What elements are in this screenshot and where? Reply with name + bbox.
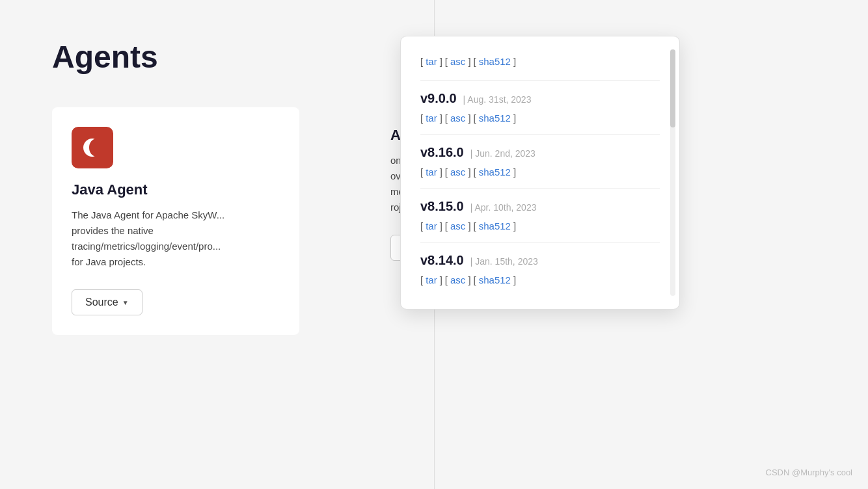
v814-sha512-link[interactable]: sha512 bbox=[479, 274, 511, 285]
v816-download-links: [tar] [asc] [sha512] bbox=[420, 166, 660, 178]
v9-tar-link[interactable]: tar bbox=[426, 112, 437, 124]
java-agent-desc: The Java Agent for Apache SkyW... provid… bbox=[72, 207, 280, 270]
v815-tar-link[interactable]: tar bbox=[426, 220, 437, 231]
source-dropdown-arrow: ▼ bbox=[122, 299, 129, 306]
top-sha512-link[interactable]: sha512 bbox=[479, 56, 511, 67]
version-date: | Jan. 15th, 2023 bbox=[470, 256, 538, 267]
version-date: | Aug. 31st, 2023 bbox=[463, 94, 532, 105]
v816-tar-link[interactable]: tar bbox=[426, 166, 437, 178]
java-agent-name: Java Agent bbox=[72, 181, 280, 198]
version-number: v8.16.0 bbox=[420, 145, 464, 160]
version-dropdown-popup: [tar] [asc] [sha512] v9.0.0 | Aug. 31st,… bbox=[400, 36, 680, 310]
v9-sha512-link[interactable]: sha512 bbox=[479, 112, 511, 124]
java-agent-buttons: Source ▼ bbox=[72, 289, 280, 315]
v9-asc-link[interactable]: asc bbox=[450, 112, 465, 124]
v9-download-links: [tar] [asc] [sha512] bbox=[420, 112, 660, 124]
java-agent-card: Java Agent The Java Agent for Apache Sky… bbox=[52, 107, 299, 335]
first-links-row: [tar] [asc] [sha512] bbox=[420, 49, 660, 81]
v814-asc-link[interactable]: asc bbox=[450, 274, 465, 285]
v816-asc-link[interactable]: asc bbox=[450, 166, 465, 178]
version-number: v8.15.0 bbox=[420, 199, 464, 214]
version-entry-v9-0-0: v9.0.0 | Aug. 31st, 2023 [tar] [asc] [sh… bbox=[420, 81, 660, 135]
scrollbar-thumb[interactable] bbox=[670, 49, 675, 127]
top-tar-link[interactable]: tar bbox=[426, 56, 437, 67]
version-date: | Jun. 2nd, 2023 bbox=[470, 148, 536, 159]
version-number: v8.14.0 bbox=[420, 253, 464, 268]
version-entry-v8-15-0: v8.15.0 | Apr. 10th, 2023 [tar] [asc] [s… bbox=[420, 189, 660, 243]
v815-download-links: [tar] [asc] [sha512] bbox=[420, 220, 660, 231]
version-entry-v8-16-0: v8.16.0 | Jun. 2nd, 2023 [tar] [asc] [sh… bbox=[420, 135, 660, 189]
version-number: v9.0.0 bbox=[420, 91, 457, 106]
scrollbar-track[interactable] bbox=[670, 49, 675, 296]
java-source-button[interactable]: Source ▼ bbox=[72, 289, 142, 315]
v815-asc-link[interactable]: asc bbox=[450, 220, 465, 231]
crescent-icon bbox=[81, 136, 104, 159]
java-agent-icon bbox=[72, 127, 113, 168]
top-download-links: [tar] [asc] [sha512] bbox=[420, 56, 660, 67]
version-date: | Apr. 10th, 2023 bbox=[470, 202, 537, 213]
v815-sha512-link[interactable]: sha512 bbox=[479, 220, 511, 231]
top-asc-link[interactable]: asc bbox=[450, 56, 465, 67]
attribution: CSDN @Murphy's cool bbox=[766, 468, 852, 477]
v814-download-links: [tar] [asc] [sha512] bbox=[420, 274, 660, 285]
v814-tar-link[interactable]: tar bbox=[426, 274, 437, 285]
version-entry-v8-14-0: v8.14.0 | Jan. 15th, 2023 [tar] [asc] [s… bbox=[420, 243, 660, 296]
v816-sha512-link[interactable]: sha512 bbox=[479, 166, 511, 178]
